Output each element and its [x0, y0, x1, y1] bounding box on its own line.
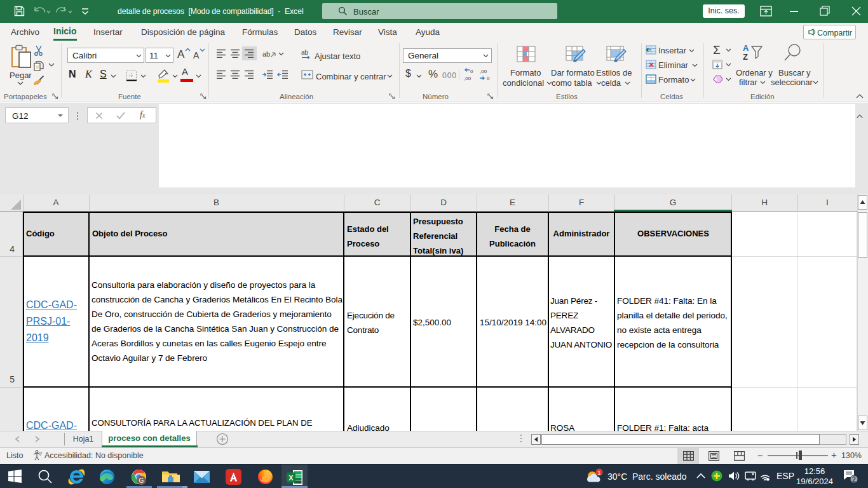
- svg-text:ab: ab: [301, 49, 309, 56]
- svg-text:G: G: [139, 477, 144, 484]
- svg-text:?: ?: [39, 451, 42, 457]
- svg-text:,00: ,00: [464, 76, 471, 81]
- svg-text:0: 0: [487, 76, 490, 81]
- svg-text:ab: ab: [262, 50, 270, 58]
- svg-text:,00: ,00: [480, 69, 487, 74]
- svg-text:X: X: [288, 474, 294, 482]
- svg-text:2: 2: [852, 475, 856, 483]
- svg-text:0: 0: [470, 69, 473, 74]
- svg-text:1: 1: [597, 469, 600, 476]
